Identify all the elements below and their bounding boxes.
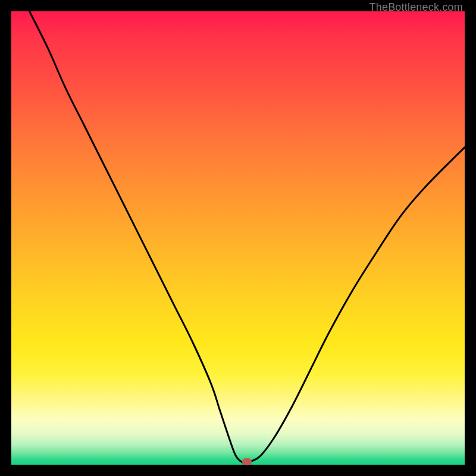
chart-frame: TheBottleneck.com — [0, 0, 476, 476]
bottleneck-curve — [11, 11, 465, 465]
watermark-text: TheBottleneck.com — [369, 1, 463, 14]
plot-area — [11, 11, 465, 465]
optimal-point-marker — [242, 458, 252, 465]
